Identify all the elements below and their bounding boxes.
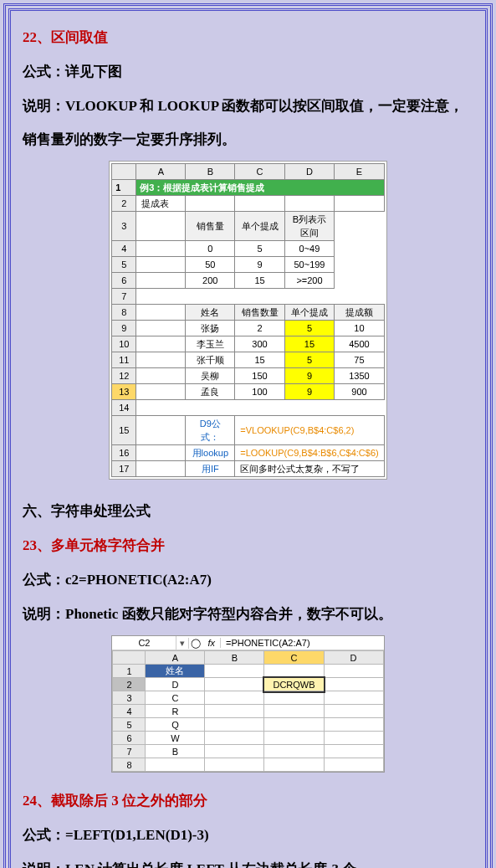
sec24-title: 24、截取除后 3 位之外的部分: [23, 784, 473, 819]
fx-icon: fx: [202, 638, 221, 648]
sec22-title: 22、区间取值: [23, 21, 473, 55]
sec23-title: 23、多单元格字符合并: [23, 529, 473, 563]
sec23-formula: 公式：c2=PHONETIC(A2:A7): [23, 563, 473, 598]
sec22-desc: 说明：VLOOKUP 和 LOOKUP 函数都可以按区间取值，一定要注意，销售量…: [23, 90, 473, 158]
sec24-desc: 说明：LEN 计算出总长度,LEFT 从左边截总长度-3 个: [23, 853, 473, 868]
sec23-desc: 说明：Phonetic 函数只能对字符型内容合并，数字不可以。: [23, 598, 473, 632]
sec22-formula: 公式：详见下图: [23, 55, 473, 90]
chevron-down-icon: ▾: [176, 638, 189, 649]
excel-figure-2: C2 ▾ ◯ fx =PHONETIC(A2:A7) ABCD 1姓名 2DDC…: [111, 635, 384, 773]
section6: 六、字符串处理公式: [23, 495, 473, 529]
sec24-formula: 公式：=LEFT(D1,LEN(D1)-3): [23, 819, 473, 853]
excel-figure-1: ABCDE 1例3：根据提成表计算销售提成 2提成表 3销售量单个提成B列表示区…: [109, 161, 386, 480]
